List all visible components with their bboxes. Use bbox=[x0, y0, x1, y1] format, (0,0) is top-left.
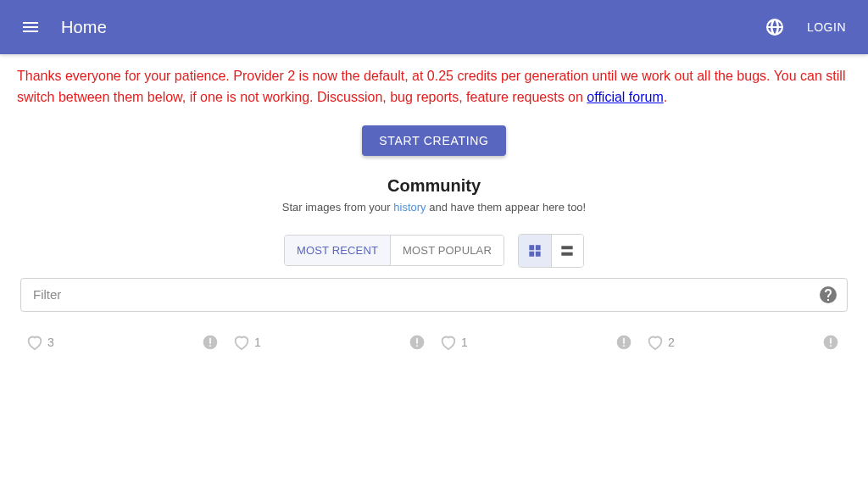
svg-rect-10 bbox=[830, 338, 832, 344]
hamburger-icon bbox=[20, 17, 41, 37]
history-link[interactable]: history bbox=[393, 201, 426, 214]
heart-icon[interactable] bbox=[646, 333, 665, 352]
report-icon[interactable] bbox=[202, 334, 219, 351]
start-creating-button[interactable]: START CREATING bbox=[362, 125, 505, 156]
announcement-banner: Thanks everyone for your patience. Provi… bbox=[0, 54, 868, 110]
svg-rect-2 bbox=[209, 345, 211, 347]
announcement-text: Thanks everyone for your patience. Provi… bbox=[17, 69, 845, 104]
hamburger-menu-button[interactable] bbox=[14, 10, 47, 44]
page-title: Home bbox=[61, 18, 107, 37]
heart-icon[interactable] bbox=[25, 333, 44, 352]
announcement-link[interactable]: official forum bbox=[587, 90, 663, 104]
view-list-button[interactable] bbox=[551, 235, 583, 267]
filter-input[interactable] bbox=[21, 287, 818, 302]
community-card: 3 bbox=[20, 325, 227, 359]
list-icon bbox=[559, 242, 576, 259]
svg-rect-1 bbox=[209, 338, 211, 344]
language-button[interactable] bbox=[758, 10, 792, 44]
heart-icon[interactable] bbox=[232, 333, 251, 352]
svg-rect-5 bbox=[416, 345, 418, 347]
help-icon[interactable] bbox=[818, 285, 838, 305]
view-grid-button[interactable] bbox=[519, 235, 551, 267]
community-card: 2 bbox=[641, 325, 848, 359]
svg-rect-8 bbox=[623, 345, 625, 347]
sort-toggle-group: MOST RECENT MOST POPULAR bbox=[284, 235, 504, 266]
like-count: 2 bbox=[668, 336, 675, 349]
community-subtitle: Star images from your history and have t… bbox=[0, 201, 868, 214]
svg-rect-11 bbox=[830, 345, 832, 347]
report-icon[interactable] bbox=[822, 334, 839, 351]
community-card: 1 bbox=[434, 325, 641, 359]
sort-most-recent[interactable]: MOST RECENT bbox=[285, 236, 390, 265]
svg-rect-7 bbox=[623, 338, 625, 344]
view-toggle-group bbox=[518, 234, 584, 268]
report-icon[interactable] bbox=[409, 334, 426, 351]
community-cards-row: 3 1 1 2 bbox=[0, 317, 868, 359]
filter-field bbox=[20, 278, 848, 312]
login-button[interactable]: LOGIN bbox=[798, 14, 854, 41]
grid-icon bbox=[526, 242, 543, 259]
globe-icon bbox=[765, 17, 785, 37]
like-count: 1 bbox=[461, 336, 468, 349]
community-card: 1 bbox=[227, 325, 434, 359]
app-bar: Home LOGIN bbox=[0, 0, 868, 54]
like-count: 1 bbox=[254, 336, 261, 349]
sort-most-popular[interactable]: MOST POPULAR bbox=[390, 236, 504, 265]
report-icon[interactable] bbox=[615, 334, 632, 351]
like-count: 3 bbox=[47, 336, 54, 349]
heart-icon[interactable] bbox=[439, 333, 458, 352]
community-heading: Community bbox=[0, 176, 868, 196]
svg-rect-4 bbox=[416, 338, 418, 344]
